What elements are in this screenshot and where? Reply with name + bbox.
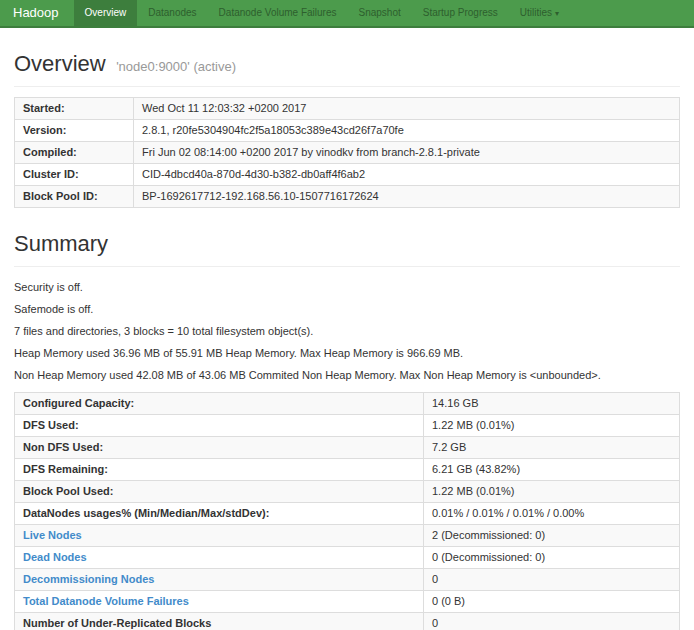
dfs-remaining-label: DFS Remaining:	[15, 459, 424, 481]
started-label: Started:	[15, 98, 134, 120]
cluster-id-value: CID-4dbcd40a-870d-4d30-b382-db0aff4f6ab2	[134, 164, 680, 186]
total-datanode-volume-failures-value: 0 (0 B)	[424, 591, 680, 613]
summary-header: Summary	[14, 231, 680, 267]
nav-tab-datanodes[interactable]: Datanodes	[137, 0, 207, 26]
nav-tab-datanode-volume-failures[interactable]: Datanode Volume Failures	[208, 0, 348, 26]
dfs-remaining-value: 6.21 GB (43.82%)	[424, 459, 680, 481]
utilities-label: Utilities	[520, 7, 552, 18]
table-row: DFS Remaining: 6.21 GB (43.82%)	[15, 459, 680, 481]
top-navbar: Hadoop Overview Datanodes Datanode Volum…	[0, 0, 694, 28]
table-row: Total Datanode Volume Failures 0 (0 B)	[15, 591, 680, 613]
dead-nodes-link[interactable]: Dead Nodes	[23, 551, 87, 563]
decommissioning-nodes-link[interactable]: Decommissioning Nodes	[23, 573, 154, 585]
table-row: Number of Under-Replicated Blocks 0	[15, 613, 680, 630]
security-status: Security is off.	[14, 280, 680, 294]
under-replicated-blocks-value: 0	[424, 613, 680, 630]
summary-status-text: Security is off. Safemode is off. 7 file…	[14, 280, 680, 382]
table-row: Compiled: Fri Jun 02 08:14:00 +0200 2017…	[15, 142, 680, 164]
table-row: Dead Nodes 0 (Decommissioned: 0)	[15, 547, 680, 569]
table-row: Live Nodes 2 (Decommissioned: 0)	[15, 525, 680, 547]
safemode-status: Safemode is off.	[14, 302, 680, 316]
page-content: Overview 'node0:9000' (active) Started: …	[0, 51, 694, 630]
block-pool-used-value: 1.22 MB (0.01%)	[424, 481, 680, 503]
dead-nodes-value: 0 (Decommissioned: 0)	[424, 547, 680, 569]
datanodes-usages-label: DataNodes usages% (Min/Median/Max/stdDev…	[15, 503, 424, 525]
table-row: Cluster ID: CID-4dbcd40a-870d-4d30-b382-…	[15, 164, 680, 186]
under-replicated-blocks-label: Number of Under-Replicated Blocks	[15, 613, 424, 630]
nav-tab-startup-progress[interactable]: Startup Progress	[412, 0, 509, 26]
nav-tab-snapshot[interactable]: Snapshot	[347, 0, 411, 26]
total-datanode-volume-failures-link[interactable]: Total Datanode Volume Failures	[23, 595, 189, 607]
configured-capacity-label: Configured Capacity:	[15, 393, 424, 415]
block-pool-used-label: Block Pool Used:	[15, 481, 424, 503]
table-row: DataNodes usages% (Min/Median/Max/stdDev…	[15, 503, 680, 525]
compiled-label: Compiled:	[15, 142, 134, 164]
table-row: Block Pool ID: BP-1692617712-192.168.56.…	[15, 186, 680, 208]
live-nodes-link[interactable]: Live Nodes	[23, 529, 82, 541]
dfs-used-label: DFS Used:	[15, 415, 424, 437]
version-value: 2.8.1, r20fe5304904fc2f5a18053c389e43cd2…	[134, 120, 680, 142]
datanodes-usages-value: 0.01% / 0.01% / 0.01% / 0.00%	[424, 503, 680, 525]
namenode-address-status: 'node0:9000' (active)	[116, 59, 236, 74]
nav-tab-utilities-dropdown[interactable]: Utilities▾	[509, 0, 570, 26]
non-heap-memory-status: Non Heap Memory used 42.08 MB of 43.06 M…	[14, 368, 680, 382]
table-row: Decommissioning Nodes 0	[15, 569, 680, 591]
live-nodes-value: 2 (Decommissioned: 0)	[424, 525, 680, 547]
caret-down-icon: ▾	[555, 1, 559, 27]
table-row: Version: 2.8.1, r20fe5304904fc2f5a18053c…	[15, 120, 680, 142]
filesystem-objects-status: 7 files and directories, 3 blocks = 10 t…	[14, 324, 680, 338]
compiled-value: Fri Jun 02 08:14:00 +0200 2017 by vinodk…	[134, 142, 680, 164]
table-row: Block Pool Used: 1.22 MB (0.01%)	[15, 481, 680, 503]
summary-stats-table: Configured Capacity: 14.16 GB DFS Used: …	[14, 392, 680, 630]
table-row: Started: Wed Oct 11 12:03:32 +0200 2017	[15, 98, 680, 120]
hadoop-brand[interactable]: Hadoop	[0, 0, 74, 26]
table-row: Configured Capacity: 14.16 GB	[15, 393, 680, 415]
version-label: Version:	[15, 120, 134, 142]
nav-tab-overview[interactable]: Overview	[74, 0, 138, 26]
table-row: Non DFS Used: 7.2 GB	[15, 437, 680, 459]
cluster-id-label: Cluster ID:	[15, 164, 134, 186]
heap-memory-status: Heap Memory used 36.96 MB of 55.91 MB He…	[14, 346, 680, 360]
summary-title: Summary	[14, 231, 108, 256]
configured-capacity-value: 14.16 GB	[424, 393, 680, 415]
non-dfs-used-label: Non DFS Used:	[15, 437, 424, 459]
non-dfs-used-value: 7.2 GB	[424, 437, 680, 459]
started-value: Wed Oct 11 12:03:32 +0200 2017	[134, 98, 680, 120]
overview-title: Overview	[14, 51, 106, 76]
overview-header: Overview 'node0:9000' (active)	[14, 51, 680, 87]
table-row: DFS Used: 1.22 MB (0.01%)	[15, 415, 680, 437]
block-pool-id-label: Block Pool ID:	[15, 186, 134, 208]
block-pool-id-value: BP-1692617712-192.168.56.10-150771617262…	[134, 186, 680, 208]
decommissioning-nodes-value: 0	[424, 569, 680, 591]
dfs-used-value: 1.22 MB (0.01%)	[424, 415, 680, 437]
node-info-table: Started: Wed Oct 11 12:03:32 +0200 2017 …	[14, 97, 680, 208]
